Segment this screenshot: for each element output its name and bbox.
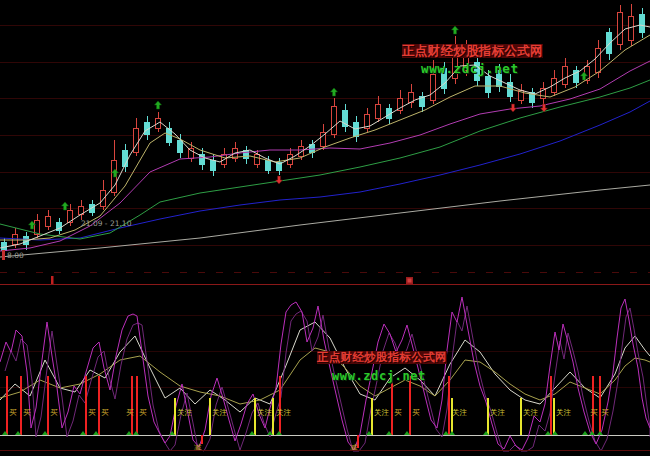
signal-label-watch: 关注 <box>452 408 468 417</box>
signal-label-buy: 买 <box>50 408 58 417</box>
red-signal-bar <box>98 376 101 435</box>
signal-label-buy: 买 <box>139 408 147 417</box>
red-signal-bar <box>6 376 9 435</box>
signal-label-watch: 关注 <box>257 408 273 417</box>
green-triangle-icon <box>582 431 588 435</box>
yellow-signal-bar <box>209 398 212 435</box>
up-arrow-icon <box>452 26 459 34</box>
signal-label-buy: 买 <box>412 408 420 417</box>
yellow-signal-bar <box>272 398 275 435</box>
red-signal-bar <box>20 376 23 435</box>
yellow-signal-bar <box>371 398 374 435</box>
price-range-label: 21.09 - 21.10 <box>81 220 131 228</box>
divider-red-tick-icon <box>51 276 54 284</box>
signal-label-watch: 关注 <box>374 408 390 417</box>
baseline-triangle-icons <box>2 431 603 435</box>
yellow-signal-bar <box>174 398 177 435</box>
red-signal-bar <box>47 376 50 435</box>
red-signal-bar <box>391 376 394 435</box>
price-label-low: 8.00 <box>7 252 24 260</box>
watermark-top-url: www.zdcj.net <box>421 61 519 76</box>
signal-label-buy: 买 <box>101 408 109 417</box>
signal-label-buy: 买 <box>88 408 96 417</box>
signal-label-watch: 关注 <box>177 408 193 417</box>
signal-label-watch: 关注 <box>556 408 572 417</box>
red-signal-bar <box>550 376 553 435</box>
down-arrow-icon <box>510 104 517 112</box>
signal-label-watch: 关注 <box>212 408 228 417</box>
yellow-signal-bar <box>254 398 257 435</box>
red-signal-bar <box>592 376 595 435</box>
red-signal-bar <box>409 376 412 435</box>
oscillator-lines <box>0 297 650 451</box>
signal-label-buy: 买 <box>601 408 609 417</box>
line-ma-green <box>0 80 650 239</box>
up-arrow-icon <box>62 202 69 210</box>
signal-label-buy: 买 <box>23 408 31 417</box>
signal-label-watch: 关注 <box>490 408 506 417</box>
yellow-signal-bar <box>487 398 490 435</box>
signal-label-buy: 买 <box>394 408 402 417</box>
yellow-signal-bar <box>520 398 523 435</box>
red-signal-bar <box>85 376 88 435</box>
red-signal-bar <box>131 376 134 435</box>
yellow-signal-bar <box>553 398 556 435</box>
signal-label-reduce: 减 <box>194 443 202 452</box>
signal-label-reduce: 减 <box>350 443 358 452</box>
down-arrow-icon <box>276 176 283 184</box>
red-signal-bar <box>599 376 602 435</box>
red-signal-bar <box>448 376 451 435</box>
red-tick-icon <box>2 250 5 260</box>
red-signal-bar <box>279 376 282 435</box>
watermark-top-title: 正点财经炒股指标公式网 <box>402 44 543 58</box>
signal-label-buy: 买 <box>9 408 17 417</box>
up-arrow-icon <box>331 88 338 96</box>
signal-label-buy: 买 <box>126 408 134 417</box>
red-signal-bar <box>136 376 139 435</box>
panel-divider <box>0 276 650 284</box>
watermark-bottom-url: www.zdcj.net <box>332 369 426 383</box>
up-arrow-icon <box>155 101 162 109</box>
green-triangle-icon <box>597 431 603 435</box>
divider-red-marker-inner <box>408 279 412 283</box>
signal-label-buy: 买 <box>590 408 598 417</box>
watermark-bottom-title: 正点财经炒股指标公式网 <box>317 351 447 364</box>
signal-label-watch: 关注 <box>523 408 539 417</box>
chart-root: 买买买买买买买关注关注关注关注关注买买关注关注关注关注买买减减 8.00 21.… <box>0 0 650 456</box>
signal-label-watch: 关注 <box>276 408 292 417</box>
price-indicator-chart: 买买买买买买买关注关注关注关注关注买买关注关注关注关注买买减减 <box>0 0 650 456</box>
